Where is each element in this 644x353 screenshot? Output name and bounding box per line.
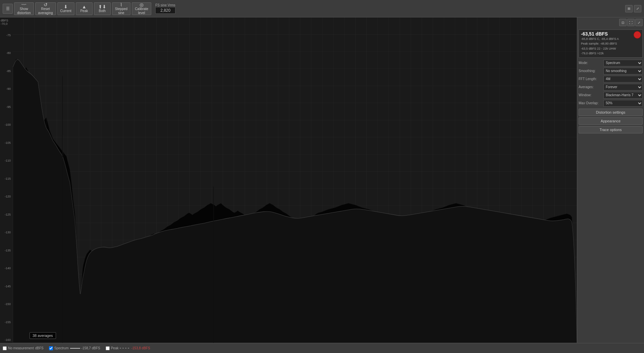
peak-checkbox[interactable] [106,346,110,350]
reset-icon: ↺ [44,2,48,7]
info-line2: Peak sample: -48,80 dBFS [581,41,640,46]
peak-status: Peak -153,8 dBFS [106,346,150,350]
trace-options-button[interactable]: Trace options [579,126,643,133]
distortion-icon: 〰 [21,2,26,7]
y-label-160: -160 [1,338,12,342]
max-overlap-setting: Max Overlap: 50% [579,100,643,107]
y-label-110: -110 [1,159,12,162]
stepped-sine-button[interactable]: ⌇ Stepped sine [112,2,130,15]
measurement-info-box: -63,51 dBFS -65,8 dBFS C, -65,4 dBFS A P… [579,30,643,58]
y-label-85: -85 [1,69,12,73]
window-select[interactable]: Blackman-Harris 7 [603,92,643,99]
expand-button[interactable]: ⤢ [634,5,641,12]
corner-zoom-button[interactable]: ⊡ [619,19,627,26]
peak-icon: ▲ [82,4,87,9]
mode-setting: Mode: Spectrum [579,60,643,66]
averages-setting: Averages: Forever [579,84,643,91]
y-label-120: -120 [1,195,12,198]
reset-averaging-label: Reset averaging [38,7,53,15]
y-label-155: -155 [1,320,12,324]
both-icon: ⬆⬇ [98,4,106,9]
peak-line-indicator [120,348,130,348]
main-dbfs-value: -63,51 dBFS [581,31,640,37]
spectrum-status-label: Spectrum [54,346,69,350]
y-axis: -75 -80 -85 -90 -95 -100 -105 -110 -115 … [0,17,13,343]
window-setting: Window: Blackman-Harris 7 [579,92,643,99]
current-icon: ⬇ [64,4,68,9]
smoothing-label: Smoothing: [579,69,602,73]
right-panel: ⊡ ⛶ ⤢ -63,51 dBFS -65,8 dBFS C, -65,4 dB… [577,17,644,343]
y-label-115: -115 [1,177,12,180]
zoom-fit-button[interactable]: ⊞ [625,5,633,12]
calibrate-level-button[interactable]: ◎ Calibrate level [132,2,151,15]
main-content: dBFS -70,0 -75 -80 -85 -90 -95 -100 -105… [0,17,644,343]
current-button[interactable]: ⬇ Current [57,2,74,15]
y-label-95: -95 [1,105,12,109]
peak-dbfs-value: -153,8 dBFS [131,346,150,350]
y-label-105: -105 [1,141,12,144]
calibrate-level-label: Calibrate level [135,7,148,15]
fft-length-select[interactable]: 4M [603,76,643,82]
appearance-button[interactable]: Appearance [579,117,643,125]
no-measurement-label: No measurement [8,346,34,350]
distortion-settings-button[interactable]: Distortion settings [579,109,643,116]
y-label-75: -75 [1,34,12,37]
y-label-145: -145 [1,285,12,288]
y-label-90: -90 [1,87,12,91]
y-label-125: -125 [1,213,12,216]
max-overlap-label: Max Overlap: [579,101,602,105]
stepped-sine-icon: ⌇ [120,2,122,7]
menu-icon: ☰ [6,6,10,11]
info-line3: -63,5 dBFS 22 - 22k UHW [581,46,640,51]
show-distortion-button[interactable]: 〰 Show distortion [14,2,34,15]
spectrum-dbfs-value: -158,7 dBFS [82,346,100,350]
peak-label: Peak [80,9,88,13]
info-line4: -79,0 dBFS >22k [581,51,640,56]
window-label: Window: [579,93,602,97]
fft-length-label: FFT Length: [579,77,602,81]
fft-length-setting: FFT Length: 4M [579,76,643,82]
mode-select[interactable]: Spectrum [603,60,643,66]
reset-averaging-button[interactable]: ↺ Reset averaging [35,2,56,15]
spectrum-checkbox[interactable] [49,346,53,350]
toolbar: ☰ 〰 Show distortion ↺ Reset averaging ⬇ … [0,0,644,17]
y-label-100: -100 [1,123,12,126]
corner-resize-button[interactable]: ⤢ [635,19,643,26]
peak-status-label: Peak [111,346,119,350]
spectrum-status: Spectrum -158,7 dBFS [49,346,100,350]
fs-sine-label: FS sine Vrms [155,3,175,7]
current-label: Current [60,9,71,13]
top-right-controls: ⊞ ⤢ [625,5,641,12]
status-bar: No measurement dBFS Spectrum -158,7 dBFS… [0,343,644,353]
menu-button[interactable]: ☰ [3,4,13,14]
info-line1: -65,8 dBFS C, -65,4 dBFS A [581,37,640,41]
fs-sine-input[interactable] [155,7,175,14]
record-button[interactable] [634,31,641,39]
mode-label: Mode: [579,61,602,65]
corner-expand-button[interactable]: ⛶ [627,19,635,26]
y-label-150: -150 [1,302,12,306]
calibrate-icon: ◎ [140,2,144,7]
y-label-80: -80 [1,51,12,55]
both-label: Both [99,9,106,13]
spectrum-display [13,17,577,343]
dbfs-unit-label: dBFS [35,346,44,350]
no-measurement-checkbox[interactable] [3,346,7,350]
y-label-130: -130 [1,231,12,234]
peak-button[interactable]: ▲ Peak [76,2,93,15]
smoothing-setting: Smoothing: No smoothing [579,68,643,74]
max-overlap-select[interactable]: 50% [603,100,643,107]
chart-area[interactable]: 38 averages [13,17,577,343]
averages-setting-label: Averages: [579,85,602,89]
stepped-sine-label: Stepped sine [115,7,127,15]
both-button[interactable]: ⬆⬇ Both [94,2,111,15]
no-measurement-status: No measurement dBFS [3,346,44,350]
averages-select[interactable]: Forever [603,84,643,91]
smoothing-select[interactable]: No smoothing [603,68,643,74]
y-label-140: -140 [1,267,12,270]
show-distortion-label: Show distortion [17,7,31,15]
chart-container: dBFS -70,0 -75 -80 -85 -90 -95 -100 -105… [0,17,577,343]
averages-badge: 38 averages [30,332,56,339]
sub-values: -65,8 dBFS C, -65,4 dBFS A Peak sample: … [581,37,640,56]
top-corner-buttons: ⊡ ⛶ ⤢ [619,19,643,26]
